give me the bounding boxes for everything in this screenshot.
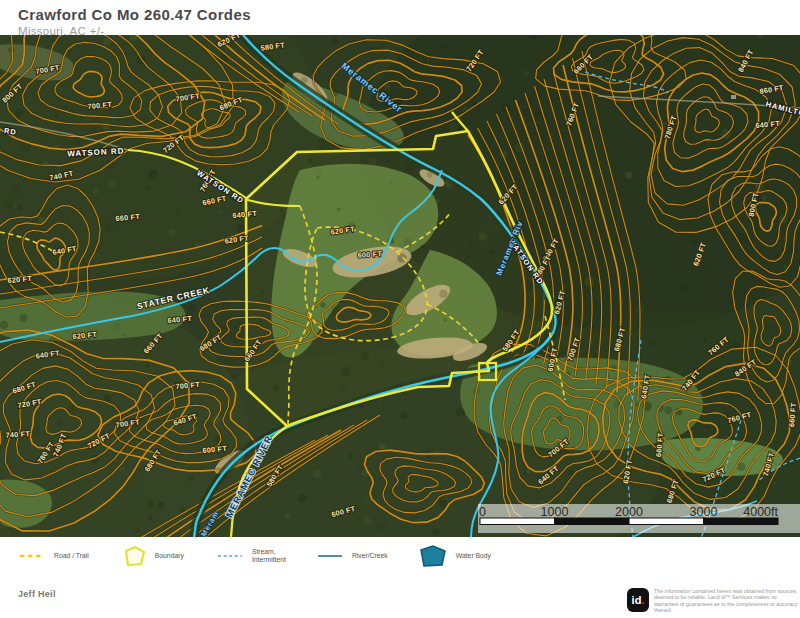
scale-bar: 01000200030004000ft [478,504,800,533]
legend-label: River/Creek [352,552,388,560]
legend-item-boundary: Boundary [123,545,184,567]
river-creek-icon [316,546,344,566]
contour-label: 740 FT [5,429,30,439]
map-footer: Jeff Heil id. The information contained … [0,575,800,618]
boundary-icon [123,545,147,567]
stream-intermittent-icon [216,546,244,566]
water-body-icon [418,544,448,568]
author-name: Jeff Heil [18,589,56,599]
scale-tick: 4000ft [743,505,778,519]
scale-tick: 3000 [690,505,718,519]
road-trail-icon [18,546,46,566]
legend-label: Stream, Intermittent [252,548,286,565]
scale-tick: 2000 [615,505,643,519]
page-title: Crawford Co Mo 260.47 Cordes [18,6,251,23]
legend-label: Boundary [155,552,184,560]
land-id-logo: id. [627,588,649,612]
road-label: RD [3,126,17,137]
contour-label: 600 FT [357,249,382,259]
scale-tick: 1000 [541,505,569,519]
map-canvas[interactable]: 700 FT800 FT700 FT700 FT680 FT720 FT760 … [0,35,800,537]
legend-item-water-body: Water Body [418,544,491,568]
disclaimer-text: The information contained herein was obt… [654,588,799,613]
legend-item-river-creek: River/Creek [316,546,388,566]
legend-label: Water Body [456,552,491,560]
legend-item-stream-intermittent: Stream, Intermittent [216,546,286,566]
scale-tick: 0 [479,505,486,519]
provider-credit: id. The information contained herein was… [627,588,799,613]
legend-item-road-trail: Road / Trail [18,546,89,566]
legend-label: Road / Trail [54,552,89,560]
building-marker [731,95,736,99]
map-header: Crawford Co Mo 260.47 Cordes Missouri, A… [18,6,251,37]
map-legend: Road / Trail Boundary Stream, Intermitte… [0,537,800,575]
